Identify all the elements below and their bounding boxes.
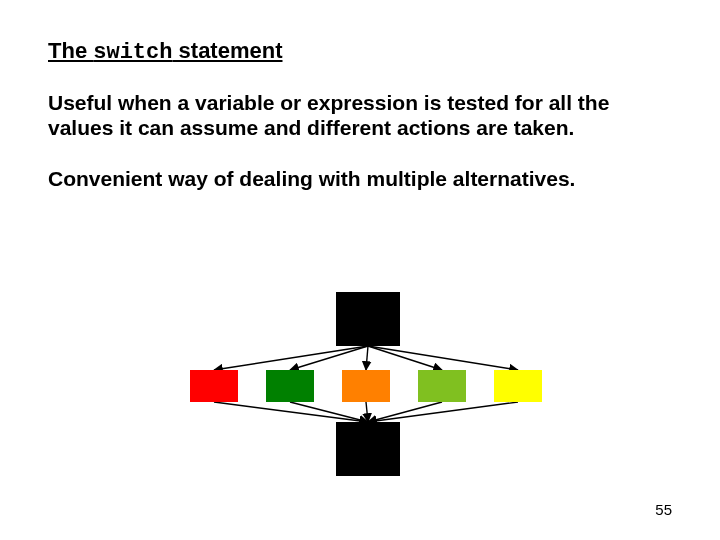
switch-diagram (190, 292, 542, 472)
paragraph-2: Convenient way of dealing with multiple … (48, 167, 663, 192)
slide: The switch statement Useful when a varia… (0, 0, 720, 540)
page-number: 55 (655, 501, 672, 518)
switch-output-box (336, 422, 400, 476)
branch-box-0 (190, 370, 238, 402)
svg-line-5 (366, 402, 368, 422)
svg-line-2 (290, 346, 368, 370)
svg-line-0 (214, 346, 368, 370)
title-pre: The (48, 38, 93, 63)
svg-line-1 (214, 402, 368, 422)
svg-line-9 (368, 402, 518, 422)
svg-line-4 (366, 346, 368, 370)
title-keyword: switch (93, 40, 172, 65)
paragraph-1: Useful when a variable or expression is … (48, 91, 663, 141)
slide-title: The switch statement (48, 38, 672, 65)
branch-box-1 (266, 370, 314, 402)
svg-line-6 (368, 346, 442, 370)
branch-box-4 (494, 370, 542, 402)
svg-line-7 (368, 402, 442, 422)
switch-input-box (336, 292, 400, 346)
branch-box-3 (418, 370, 466, 402)
title-post: statement (172, 38, 282, 63)
branch-box-2 (342, 370, 390, 402)
svg-line-3 (290, 402, 368, 422)
svg-line-8 (368, 346, 518, 370)
